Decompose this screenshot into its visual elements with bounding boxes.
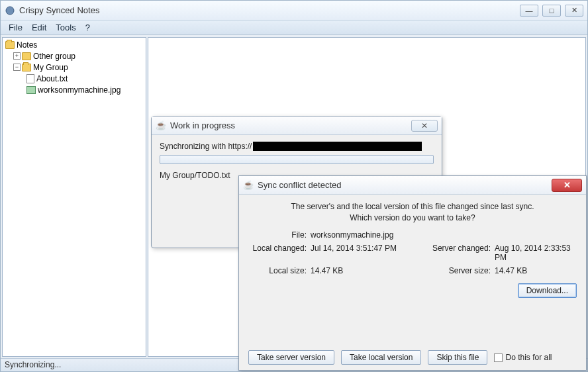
progress-close-button[interactable]: ✕ xyxy=(411,120,438,132)
menu-tools[interactable]: Tools xyxy=(52,21,79,34)
maximize-button[interactable]: □ xyxy=(542,5,561,17)
folder-icon xyxy=(22,52,31,60)
tree-other-group[interactable]: + Other group xyxy=(4,50,144,62)
take-local-button[interactable]: Take local version xyxy=(341,350,421,365)
file-label: File: xyxy=(248,230,311,240)
conflict-body: The server's and the local version of th… xyxy=(239,195,586,370)
tree-label: Other group xyxy=(33,52,75,61)
tree-panel[interactable]: Notes + Other group − My Group About.txt… xyxy=(2,37,146,357)
conflict-close-button[interactable]: ✕ xyxy=(552,179,582,192)
progress-bar xyxy=(160,155,434,164)
conflict-titlebar: ☕ Sync conflict detected ✕ xyxy=(239,176,586,195)
action-row: Take server version Take local version S… xyxy=(248,345,577,365)
message-line1: The server's and the local version of th… xyxy=(248,201,577,212)
menu-edit[interactable]: Edit xyxy=(28,21,50,34)
message-line2: Which version do you want to take? xyxy=(248,212,577,224)
server-changed-value: Aug 10, 2014 2:33:53 PM xyxy=(495,244,577,262)
conflict-info-grid: File: worksonmymachine.jpg Local changed… xyxy=(248,230,577,275)
tree-label: My Group xyxy=(33,63,68,72)
image-icon xyxy=(26,86,36,94)
tree-label: Notes xyxy=(17,40,37,50)
local-size-label: Local size: xyxy=(248,266,311,275)
java-icon: ☕ xyxy=(156,120,166,131)
download-row: Download... xyxy=(248,283,577,298)
status-text: Synchronizing... xyxy=(5,360,61,369)
menu-help[interactable]: ? xyxy=(81,21,94,34)
local-changed-label: Local changed: xyxy=(248,244,311,262)
do-for-all-text: Do this for all xyxy=(505,353,552,362)
close-button[interactable]: ✕ xyxy=(565,5,583,17)
window-title: Crispy Synced Notes xyxy=(19,5,520,15)
file-icon xyxy=(26,74,34,83)
skip-file-button[interactable]: Skip this file xyxy=(428,350,487,365)
tree-works-file[interactable]: worksonmymachine.jpg xyxy=(4,84,144,95)
redacted-url xyxy=(253,142,422,151)
take-server-button[interactable]: Take server version xyxy=(248,350,334,365)
conflict-title: Sync conflict detected xyxy=(258,180,552,190)
window-controls: — □ ✕ xyxy=(520,5,583,17)
file-value: worksonmymachine.jpg xyxy=(311,230,423,240)
download-button[interactable]: Download... xyxy=(518,283,577,298)
svg-point-0 xyxy=(6,7,14,15)
folder-icon xyxy=(5,41,15,49)
local-changed-value: Jul 14, 2014 3:51:47 PM xyxy=(311,244,423,262)
menu-file[interactable]: File xyxy=(5,21,26,34)
expander-icon[interactable]: − xyxy=(13,64,21,71)
tree-label: About.txt xyxy=(36,74,68,83)
server-changed-label: Server changed: xyxy=(423,244,495,262)
java-icon: ☕ xyxy=(243,180,254,191)
main-titlebar: Crispy Synced Notes — □ ✕ xyxy=(1,1,587,21)
progress-titlebar: ☕ Work in progress ✕ xyxy=(152,116,442,135)
progress-title: Work in progress xyxy=(170,120,411,130)
menubar: File Edit Tools ? xyxy=(1,21,587,35)
server-size-value: 14.47 KB xyxy=(495,266,577,275)
expander-icon[interactable]: + xyxy=(13,52,21,60)
tree-my-group[interactable]: − My Group xyxy=(4,62,144,73)
tree-root[interactable]: Notes xyxy=(4,39,144,50)
minimize-button[interactable]: — xyxy=(520,5,538,17)
do-for-all-checkbox[interactable] xyxy=(494,353,503,362)
conflict-dialog: ☕ Sync conflict detected ✕ The server's … xyxy=(238,175,587,371)
sync-prefix: Synchronizing with https:// xyxy=(160,142,252,151)
local-size-value: 14.47 KB xyxy=(311,266,423,275)
tree-label: worksonmymachine.jpg xyxy=(38,85,121,95)
tree-about-file[interactable]: About.txt xyxy=(4,73,144,84)
sync-url-line: Synchronizing with https:// xyxy=(160,142,434,151)
do-for-all-label[interactable]: Do this for all xyxy=(494,353,552,362)
conflict-message: The server's and the local version of th… xyxy=(248,201,577,224)
app-icon xyxy=(5,5,15,16)
server-size-label: Server size: xyxy=(423,266,495,275)
folder-icon xyxy=(22,64,31,71)
